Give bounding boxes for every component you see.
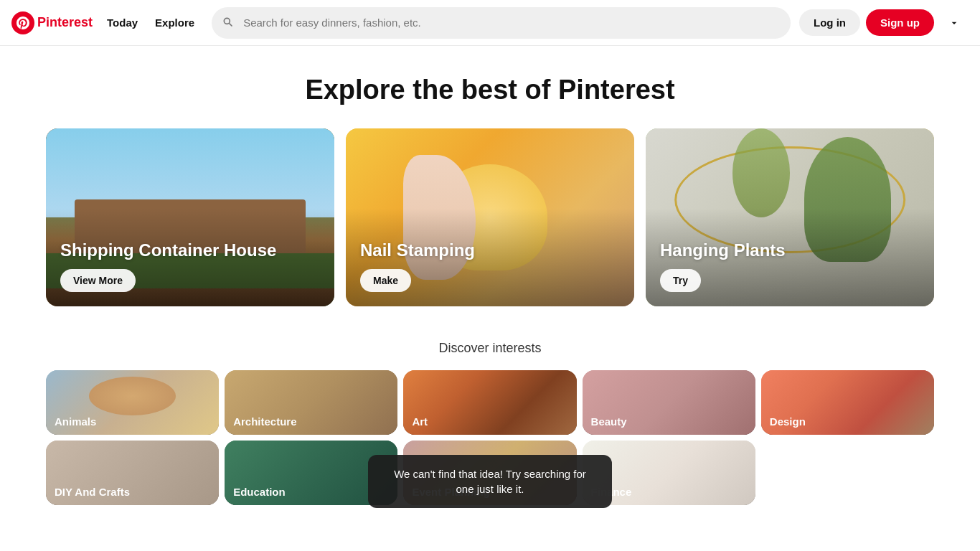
interest-card-architecture[interactable]: Architecture	[225, 370, 397, 435]
interest-label-animals: Animals	[46, 408, 105, 435]
interest-label-design: Design	[761, 408, 814, 435]
hero-card-1[interactable]: Nail Stamping Make	[346, 128, 634, 306]
interest-card-education[interactable]: Education	[225, 441, 397, 505]
main-content: Explore the best of Pinterest Shipping C…	[0, 46, 980, 534]
explore-nav-button[interactable]: Explore	[146, 11, 203, 34]
hero-cards-grid: Shipping Container House View More Nail …	[46, 128, 934, 306]
search-icon	[222, 16, 233, 30]
app-header: Pinterest Today Explore Log in Sign up	[0, 0, 980, 46]
brand-name: Pinterest	[37, 15, 93, 30]
interest-card-diy[interactable]: DIY And Crafts	[46, 441, 219, 505]
interest-card-finance[interactable]: Finance	[583, 441, 755, 505]
search-input[interactable]	[212, 7, 791, 39]
interest-label-beauty: Beauty	[583, 408, 636, 435]
pinterest-logo-icon	[11, 11, 34, 34]
hero-card-btn-1[interactable]: Make	[360, 269, 411, 292]
interest-card-animals[interactable]: Animals	[46, 370, 219, 435]
hero-card-title-1: Nail Stamping	[360, 240, 620, 260]
header-actions: Log in Sign up	[799, 9, 969, 37]
hero-card-content-0: Shipping Container House View More	[46, 226, 334, 306]
hero-card-0[interactable]: Shipping Container House View More	[46, 128, 334, 306]
interests-grid: Animals Architecture Art Beauty Design D…	[46, 370, 934, 505]
interest-label-education: Education	[225, 479, 294, 505]
interest-card-design[interactable]: Design	[761, 370, 934, 435]
interest-label-architecture: Architecture	[225, 408, 305, 435]
interest-label-diy: DIY And Crafts	[46, 479, 138, 505]
hero-card-title-2: Hanging Plants	[660, 240, 920, 260]
interest-label-event: Event Planning	[403, 479, 498, 505]
discover-title: Discover interests	[46, 341, 934, 356]
interest-label-finance: Finance	[583, 479, 641, 505]
hero-card-btn-0[interactable]: View More	[60, 269, 136, 292]
interest-label-art: Art	[403, 408, 436, 435]
login-button[interactable]: Log in	[799, 9, 860, 36]
logo-wrap[interactable]: Pinterest	[11, 11, 93, 34]
interest-card-event-planning[interactable]: Event Planning	[403, 441, 576, 505]
signup-button[interactable]: Sign up	[866, 9, 934, 36]
hero-card-2[interactable]: Hanging Plants Try	[646, 128, 934, 306]
hero-card-content-1: Nail Stamping Make	[346, 226, 634, 306]
page-title: Explore the best of Pinterest	[46, 75, 934, 105]
search-wrap	[212, 7, 791, 39]
interest-card-beauty[interactable]: Beauty	[583, 370, 755, 435]
hero-card-title-0: Shipping Container House	[60, 240, 320, 260]
hero-card-btn-2[interactable]: Try	[660, 269, 701, 292]
today-nav-button[interactable]: Today	[98, 11, 146, 34]
hero-card-content-2: Hanging Plants Try	[646, 226, 934, 306]
more-options-button[interactable]	[940, 9, 969, 37]
interest-card-art[interactable]: Art	[403, 370, 576, 435]
